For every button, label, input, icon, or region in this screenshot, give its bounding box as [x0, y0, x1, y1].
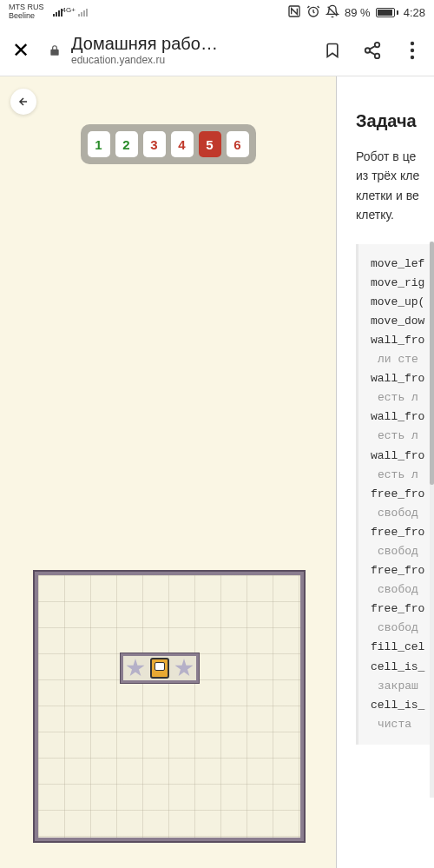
robot-icon — [150, 658, 169, 679]
android-status-bar: MTS RUS Beeline 4G+ 89 % 4:28 — [0, 0, 434, 24]
code-command: free_fro — [371, 523, 434, 542]
alarm-icon — [306, 4, 320, 21]
signal-icon — [53, 9, 62, 17]
svg-point-3 — [365, 48, 371, 53]
task-description-pane[interactable]: Задача Робот в це из трёх кле клетки и в… — [337, 76, 434, 868]
code-comment: ли сте — [371, 350, 434, 369]
task-tab-5[interactable]: 5 — [199, 131, 221, 157]
code-comment: свобод — [371, 504, 434, 523]
share-icon[interactable] — [363, 41, 382, 60]
battery-percent: 89 % — [345, 6, 371, 19]
code-command: cell_is_ — [371, 696, 434, 715]
target-cell-left — [123, 656, 148, 680]
task-tab-1[interactable]: 1 — [88, 131, 110, 157]
code-command: move_up( — [371, 293, 434, 312]
svg-point-4 — [375, 53, 380, 57]
svg-point-7 — [411, 55, 414, 58]
scrollbar-thumb[interactable] — [430, 242, 434, 485]
svg-point-6 — [411, 48, 414, 51]
svg-point-5 — [411, 41, 414, 44]
code-comment: свобод — [371, 542, 434, 561]
task-tab-2[interactable]: 2 — [115, 131, 138, 157]
code-comment: чиста — [371, 715, 434, 734]
close-icon[interactable]: ✕ — [12, 38, 30, 63]
code-command: wall_fro — [371, 369, 434, 388]
nfc-icon — [287, 4, 301, 21]
star-icon — [174, 659, 194, 678]
carrier-2: Beeline — [9, 12, 44, 21]
code-comment: есть л — [371, 466, 434, 485]
code-command: fill_cel — [371, 638, 434, 657]
code-command: move_dow — [371, 312, 434, 331]
browser-toolbar: ✕ Домашняя рабо… education.yandex.ru — [0, 24, 434, 76]
code-command: free_fro — [371, 485, 434, 504]
scrollbar[interactable] — [430, 242, 434, 798]
code-comment: свобод — [371, 619, 434, 638]
code-command: free_fro — [371, 600, 434, 619]
code-command: wall_fro — [371, 447, 434, 466]
svg-point-2 — [375, 42, 380, 47]
task-tab-4[interactable]: 4 — [171, 131, 194, 157]
code-comment: есть л — [371, 427, 434, 446]
task-title: Задача — [356, 111, 434, 131]
bookmark-icon[interactable] — [323, 41, 342, 60]
star-icon — [126, 659, 145, 678]
status-carriers: MTS RUS Beeline — [9, 3, 44, 21]
task-tab-6[interactable]: 6 — [227, 131, 249, 157]
back-button[interactable] — [10, 89, 36, 115]
task-description: Робот в це из трёх кле клетки и ве клетк… — [356, 147, 434, 225]
task-tab-3[interactable]: 3 — [143, 131, 166, 157]
robot-grid[interactable] — [35, 572, 304, 841]
code-command: wall_fro — [371, 331, 434, 350]
lock-icon — [45, 41, 64, 60]
code-comment: свобод — [371, 580, 434, 600]
network-label: 4G+ — [62, 6, 76, 14]
page-domain: education.yandex.ru — [71, 54, 218, 66]
signal-icon-2 — [78, 9, 88, 17]
task-tab-bar: 1 2 3 4 5 6 — [81, 124, 256, 164]
mute-icon — [326, 4, 339, 21]
battery-icon — [376, 8, 398, 17]
code-command: cell_is_ — [371, 658, 434, 677]
robot-room — [121, 653, 199, 683]
robot-cell — [148, 656, 172, 680]
code-command: move_rig — [371, 274, 434, 293]
code-command: free_fro — [371, 561, 434, 580]
code-comment: есть л — [371, 388, 434, 407]
target-cell-right — [172, 656, 196, 680]
url-area[interactable]: Домашняя рабо… education.yandex.ru — [45, 34, 307, 66]
task-viewport[interactable]: 1 2 3 4 5 6 — [0, 76, 337, 868]
more-icon[interactable] — [403, 41, 422, 60]
code-reference: move_lefmove_rigmove_up(move_dowwall_fro… — [356, 244, 434, 745]
code-command: wall_fro — [371, 407, 434, 427]
page-title: Домашняя рабо… — [71, 34, 218, 54]
clock-time: 4:28 — [404, 6, 425, 19]
code-comment: закраш — [371, 677, 434, 696]
code-command: move_lef — [371, 255, 434, 274]
